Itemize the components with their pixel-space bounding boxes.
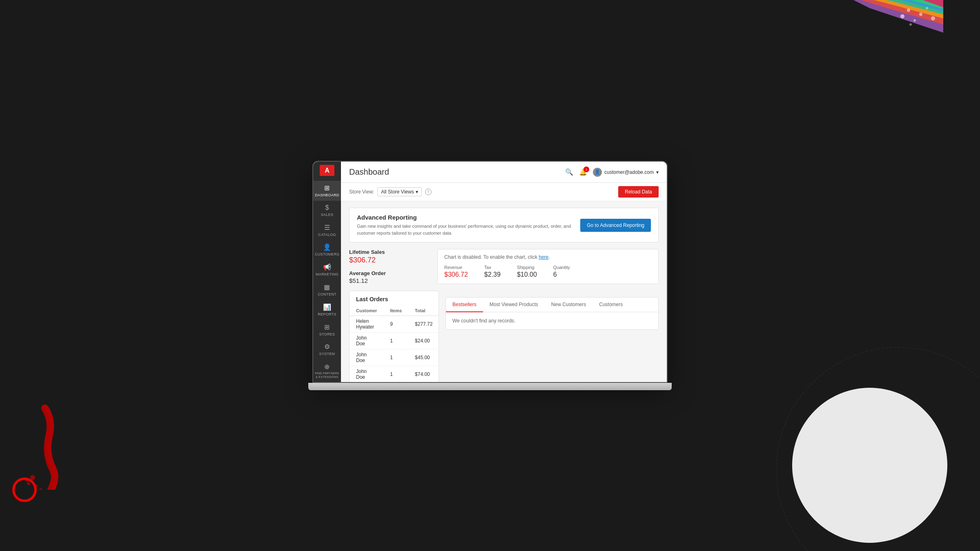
content-icon: ▦ (324, 283, 330, 291)
advanced-reporting-desc: Gain new insights and take command of yo… (357, 223, 580, 236)
customers-icon: 👤 (323, 243, 331, 251)
admin-header: Dashboard 🔍 🔔 2 👤 customer@adobe.com ▾ (341, 162, 667, 183)
col-customer: Customer (350, 306, 383, 316)
advanced-reporting-card: Advanced Reporting Gain new insights and… (349, 208, 659, 242)
page-title: Dashboard (349, 167, 389, 177)
table-row: John Doe1$45.00 (350, 349, 439, 366)
orders-table-head: Customer Items Total (350, 306, 439, 316)
cell-customer: John Doe (350, 366, 383, 382)
notification-badge: 2 (584, 167, 589, 172)
metric-quantity: Quantity 6 (553, 265, 570, 278)
chart-area: Chart is disabled. To enable the chart, … (437, 249, 659, 284)
sidebar-label-stores: STORES (319, 332, 335, 337)
sidebar-item-catalog[interactable]: ☰ CATALOG (313, 220, 341, 240)
sidebar-item-extensions[interactable]: ⊕ FIND PARTNERS & EXTENSIONS (313, 360, 341, 382)
orders-header-row: Customer Items Total (350, 306, 439, 316)
catalog-icon: ☰ (324, 224, 330, 231)
svg-point-9 (913, 19, 916, 22)
admin-wrapper: A ⊞ DASHBOARD $ SALES ☰ CATALOG 👤 CUSTOM… (313, 162, 667, 382)
tab-content-area: We couldn't find any records. (446, 312, 658, 329)
cell-items: 9 (383, 316, 408, 333)
sidebar-item-customers[interactable]: 👤 CUSTOMERS (313, 240, 341, 260)
cell-customer: Helen Hywater (350, 316, 383, 333)
sidebar-item-marketing[interactable]: 📢 MARKETING (313, 260, 341, 280)
bottom-section: Last Orders Customer Items Total (349, 291, 659, 382)
svg-point-11 (926, 7, 928, 9)
svg-point-17 (24, 478, 29, 482)
lifetime-sales-block: Lifetime Sales $306.72 (349, 249, 431, 264)
sidebar-label-sales: SALES (321, 213, 334, 217)
svg-point-14 (30, 475, 35, 480)
average-order-block: Average Order $51.12 (349, 270, 431, 284)
reload-data-button[interactable]: Reload Data (618, 186, 659, 198)
lifetime-sales-value: $306.72 (349, 256, 431, 264)
user-email: customer@adobe.com (604, 169, 654, 175)
marketing-icon: 📢 (323, 263, 331, 271)
cell-customer: John Doe (350, 333, 383, 349)
stores-icon: ⊞ (324, 323, 330, 331)
tab-bestsellers[interactable]: Bestsellers (446, 298, 483, 312)
last-orders-title: Last Orders (350, 291, 439, 302)
sidebar-label-customers: CUSTOMERS (315, 252, 339, 257)
chart-metrics: Revenue $306.72 Tax $2.39 Shipping $10.0… (444, 265, 652, 278)
cell-items: 1 (383, 366, 408, 382)
svg-point-15 (27, 482, 30, 485)
store-view-left: Store View: All Store Views ▾ ? (349, 187, 432, 196)
main-content: Dashboard 🔍 🔔 2 👤 customer@adobe.com ▾ (341, 162, 667, 382)
cell-total: $74.00 (408, 366, 439, 382)
laptop-base (308, 383, 672, 390)
lifetime-sales-label: Lifetime Sales (349, 249, 431, 255)
empty-records-message: We couldn't find any records. (452, 318, 515, 324)
chart-enable-link[interactable]: here (539, 254, 548, 260)
sidebar-label-content: CONTENT (318, 292, 336, 297)
sidebar-item-sales[interactable]: $ SALES (313, 201, 341, 220)
svg-point-10 (919, 13, 922, 16)
help-icon[interactable]: ? (425, 189, 432, 195)
sidebar-item-content[interactable]: ▦ CONTENT (313, 280, 341, 300)
advanced-reporting-title: Advanced Reporting (357, 214, 580, 221)
svg-point-18 (39, 488, 42, 490)
user-menu[interactable]: 👤 customer@adobe.com ▾ (593, 168, 659, 177)
tab-most-viewed[interactable]: Most Viewed Products (483, 298, 545, 312)
svg-point-13 (909, 23, 912, 26)
sidebar-item-stores[interactable]: ⊞ STORES (313, 320, 341, 340)
sidebar-item-system[interactable]: ⚙ SYSTEM (313, 340, 341, 360)
svg-point-12 (931, 16, 935, 20)
stats-left: Lifetime Sales $306.72 Average Order $51… (349, 249, 431, 284)
red-brush-decoration (20, 404, 74, 490)
svg-point-8 (907, 9, 910, 12)
notification-button[interactable]: 🔔 2 (579, 168, 587, 176)
svg-point-16 (36, 484, 38, 487)
header-actions: 🔍 🔔 2 👤 customer@adobe.com ▾ (565, 168, 659, 177)
cell-total: $45.00 (408, 349, 439, 366)
white-circle-decoration (792, 388, 947, 543)
advanced-reporting-button[interactable]: Go to Advanced Reporting (580, 219, 651, 232)
advanced-reporting-text: Advanced Reporting Gain new insights and… (357, 214, 580, 236)
metric-tax: Tax $2.39 (484, 265, 501, 278)
content-area: Advanced Reporting Gain new insights and… (341, 201, 667, 382)
cell-total: $24.00 (408, 333, 439, 349)
dropdown-arrow-icon: ▾ (416, 189, 418, 195)
tab-new-customers[interactable]: New Customers (545, 298, 592, 312)
svg-point-7 (900, 14, 904, 18)
laptop-container: A ⊞ DASHBOARD $ SALES ☰ CATALOG 👤 CUSTOM… (312, 161, 668, 390)
reports-icon: 📊 (323, 303, 331, 311)
sidebar-label-extensions: FIND PARTNERS & EXTENSIONS (315, 372, 339, 379)
last-orders-col: Last Orders Customer Items Total (349, 291, 439, 382)
store-view-dropdown[interactable]: All Store Views ▾ (377, 187, 421, 196)
extensions-icon: ⊕ (324, 363, 330, 371)
sidebar-logo[interactable]: A (320, 165, 334, 176)
last-orders-section: Last Orders Customer Items Total (349, 291, 439, 382)
tab-customers[interactable]: Customers (592, 298, 629, 312)
sales-icon: $ (325, 204, 329, 211)
cell-total: $277.72 (408, 316, 439, 333)
sidebar-item-dashboard[interactable]: ⊞ DASHBOARD (313, 181, 341, 201)
sidebar-item-reports[interactable]: 📊 REPORTS (313, 300, 341, 320)
search-icon[interactable]: 🔍 (565, 168, 573, 176)
sidebar-label-system: SYSTEM (319, 352, 335, 356)
ribbons-decoration (821, 0, 943, 90)
tabs-section: Bestsellers Most Viewed Products New Cus… (445, 297, 659, 330)
svg-marker-6 (923, 0, 943, 7)
svg-marker-2 (874, 0, 943, 18)
svg-marker-0 (853, 0, 943, 33)
